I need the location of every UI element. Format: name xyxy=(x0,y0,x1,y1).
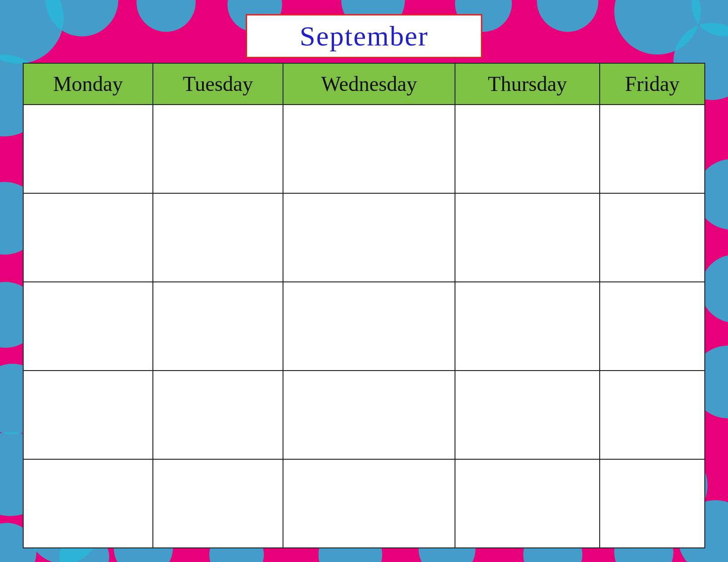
calendar-cell[interactable] xyxy=(455,371,600,459)
header-tuesday: Tuesday xyxy=(153,63,283,105)
calendar-wrapper: September Monday Tuesday Wednesday Thurs… xyxy=(23,14,705,548)
calendar-cell[interactable] xyxy=(283,105,455,193)
header-monday: Monday xyxy=(23,63,153,105)
calendar-cell[interactable] xyxy=(153,282,283,371)
header-friday: Friday xyxy=(600,63,705,105)
calendar-cell[interactable] xyxy=(23,371,153,459)
calendar-header: Monday Tuesday Wednesday Thursday Friday xyxy=(23,63,705,105)
calendar-row xyxy=(23,371,705,459)
calendar-row xyxy=(23,105,705,193)
calendar-row xyxy=(23,193,705,282)
calendar-cell[interactable] xyxy=(455,193,600,282)
calendar-cell[interactable] xyxy=(455,105,600,193)
calendar-cell[interactable] xyxy=(153,371,283,459)
header-row: Monday Tuesday Wednesday Thursday Friday xyxy=(23,63,705,105)
calendar-cell[interactable] xyxy=(283,282,455,371)
calendar-cell[interactable] xyxy=(23,193,153,282)
calendar-cell[interactable] xyxy=(23,282,153,371)
calendar-cell[interactable] xyxy=(455,459,600,548)
calendar-cell[interactable] xyxy=(153,105,283,193)
calendar-table: Monday Tuesday Wednesday Thursday Friday xyxy=(23,63,705,548)
header-wednesday: Wednesday xyxy=(283,63,455,105)
calendar-cell[interactable] xyxy=(153,193,283,282)
calendar-cell[interactable] xyxy=(283,371,455,459)
calendar-cell[interactable] xyxy=(600,193,705,282)
header-thursday: Thursday xyxy=(455,63,600,105)
calendar-cell[interactable] xyxy=(23,459,153,548)
calendar-cell[interactable] xyxy=(455,282,600,371)
calendar-cell[interactable] xyxy=(23,105,153,193)
month-title: September xyxy=(299,20,428,51)
calendar-row xyxy=(23,282,705,371)
calendar-cell[interactable] xyxy=(600,371,705,459)
calendar-cell[interactable] xyxy=(600,105,705,193)
calendar-cell[interactable] xyxy=(283,193,455,282)
calendar-body xyxy=(23,105,705,548)
calendar-row xyxy=(23,459,705,548)
calendar-cell[interactable] xyxy=(600,282,705,371)
calendar-cell[interactable] xyxy=(283,459,455,548)
month-title-box: September xyxy=(246,14,482,58)
calendar-cell[interactable] xyxy=(600,459,705,548)
calendar-cell[interactable] xyxy=(153,459,283,548)
